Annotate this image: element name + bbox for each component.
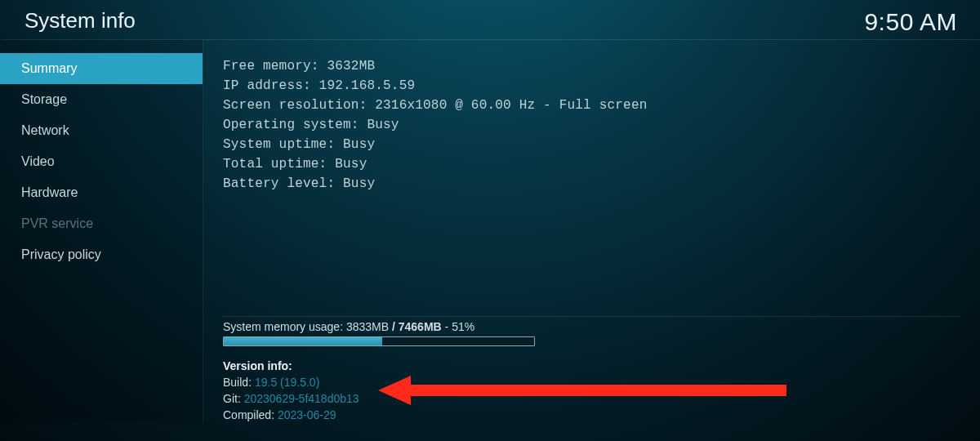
memory-used: 3833MB (346, 320, 389, 333)
version-compiled-row: Compiled: 2023-06-29 (223, 407, 960, 423)
version-compiled-value: 2023-06-29 (278, 408, 336, 421)
version-compiled-key: Compiled: (223, 408, 278, 421)
clock: 9:50 AM (864, 8, 957, 36)
sidebar-item-storage[interactable]: Storage (0, 84, 203, 115)
memory-label-prefix: System memory usage: (223, 320, 346, 333)
memory-usage-block: System memory usage: 3833MB / 7466MB - 5… (223, 316, 960, 346)
version-info: Version info: Build: 19.5 (19.5.0) Git: … (223, 358, 960, 423)
sidebar-item-pvr-service: PVR service (0, 208, 203, 239)
info-system-uptime: System uptime: Busy (223, 135, 960, 154)
memory-percent: 51% (452, 320, 474, 333)
memory-usage-bar (223, 336, 535, 346)
sidebar-item-video[interactable]: Video (0, 146, 203, 177)
version-heading: Version info: (223, 358, 960, 374)
main-panel: Free memory: 3632MB IP address: 192.168.… (203, 39, 980, 423)
sidebar-item-hardware[interactable]: Hardware (0, 177, 203, 208)
annotation-arrow (378, 376, 786, 405)
arrow-shaft (411, 385, 786, 396)
arrow-left-icon (378, 376, 411, 405)
sidebar-item-summary[interactable]: Summary (0, 53, 203, 84)
info-total-uptime: Total uptime: Busy (223, 154, 960, 174)
memory-usage-fill (224, 337, 382, 345)
version-build-value: 19.5 (19.5.0) (255, 376, 319, 389)
version-git-value: 20230629-5f418d0b13 (244, 392, 359, 405)
sidebar-item-privacy-policy[interactable]: Privacy policy (0, 239, 203, 270)
info-battery-level: Battery level: Busy (223, 174, 960, 194)
memory-sep: / (389, 320, 399, 333)
sidebar: Summary Storage Network Video Hardware P… (0, 39, 203, 423)
info-screen-resolution: Screen resolution: 2316x1080 @ 60.00 Hz … (223, 96, 960, 115)
info-ip-address: IP address: 192.168.5.59 (223, 76, 960, 96)
page-title: System info (24, 8, 136, 33)
version-build-key: Build: (223, 376, 255, 389)
memory-total: 7466MB (399, 320, 442, 333)
version-git-key: Git: (223, 392, 244, 405)
memory-sep2: - (442, 320, 452, 333)
summary-info: Free memory: 3632MB IP address: 192.168.… (223, 56, 960, 194)
sidebar-item-network[interactable]: Network (0, 115, 203, 146)
info-free-memory: Free memory: 3632MB (223, 56, 960, 76)
memory-usage-label: System memory usage: 3833MB / 7466MB - 5… (223, 320, 960, 333)
info-operating-system: Operating system: Busy (223, 115, 960, 135)
